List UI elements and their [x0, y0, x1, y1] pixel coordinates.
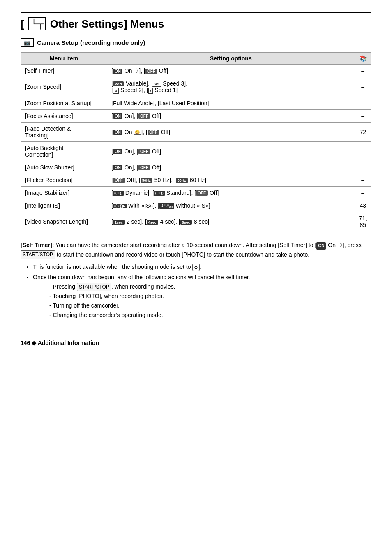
table-row: [Intelligent IS] [((⁘))▶ With «IS»], [((…: [21, 199, 371, 212]
description-paragraph-1: [Self Timer]: You can have the camcorder…: [21, 241, 371, 259]
table-row: [Focus Assistance] [ON On], [OFF Off] –: [21, 109, 371, 122]
section-heading-text: Camera Setup (recording mode only): [37, 39, 145, 46]
sub-list-item: Turning off the camcorder.: [49, 301, 371, 310]
title-icon: └┬: [28, 17, 46, 30]
off-badge: OFF: [145, 69, 157, 74]
table-row: [Self Timer] [ON On ☽], [OFF Off] –: [21, 65, 371, 77]
2sec-badge: 2sec: [113, 220, 125, 225]
table-row: [Auto BacklightCorrection] [ON On], [OFF…: [21, 141, 371, 161]
menu-focus-assistance: [Focus Assistance]: [21, 109, 107, 122]
off-badge: OFF: [196, 190, 208, 196]
settings-intelligent-is: [((⁘))▶ With «IS»], [((⁘))off Without «I…: [107, 199, 355, 212]
settings-video-snapshot: [2sec 2 sec], [4sec 4 sec], [8sec 8 sec]: [107, 212, 355, 231]
8sec-badge: 8sec: [180, 220, 192, 225]
settings-mode-icon: ⚙: [192, 264, 200, 271]
bullet-list: This function is not available when the …: [25, 263, 371, 319]
page-ref-face-detection: 72: [355, 122, 371, 141]
table-row: [Zoom Speed] [VAR Variable], [»» Speed 3…: [21, 77, 371, 97]
bullet-1-text: This function is not available when the …: [33, 264, 192, 270]
sub-item-2: Touching [PHOTO], when recording photos.: [53, 293, 164, 299]
on-badge: ON: [113, 69, 122, 74]
page-title: [ └┬ Other Settings] Menus: [21, 12, 371, 30]
menu-intelligent-is: [Intelligent IS]: [21, 199, 107, 212]
self-timer-term: [Self Timer]:: [21, 242, 54, 248]
settings-image-stabilizer: [((⁘)) Dynamic], [((⁘)) Standard], [OFF …: [107, 186, 355, 199]
title-bracket: [: [21, 18, 24, 30]
table-row: [Face Detection &Tracking] [ON On 😀], [O…: [21, 122, 371, 141]
sub-item-4: Changing the camcorder's operating mode.: [53, 312, 163, 318]
settings-zoom-position: [Full Wide Angle], [Last Used Position]: [107, 97, 355, 109]
on-badge: ON: [113, 149, 122, 154]
off-badge: OFF: [138, 149, 150, 154]
sub-bullet-list: Pressing START/STOP, when recording movi…: [41, 282, 371, 319]
speed1-icon: ›: [148, 88, 153, 94]
start-stop-badge: START/STOP: [21, 250, 55, 259]
on-badge: ON: [113, 165, 122, 170]
menu-zoom-speed: [Zoom Speed]: [21, 77, 107, 97]
50hz-badge: 50Hz: [141, 178, 152, 183]
sub-list-item: Changing the camcorder's operating mode.: [49, 311, 371, 319]
sub-item-1-end: , when recording movies.: [111, 283, 175, 290]
sub-item-3: Turning off the camcorder.: [53, 302, 120, 309]
settings-face-detection: [ON On 😀], [OFF Off]: [107, 122, 355, 141]
settings-self-timer: [ON On ☽], [OFF Off]: [107, 65, 355, 77]
menu-zoom-position: [Zoom Position at Startup]: [21, 97, 107, 109]
menu-video-snapshot: [Video Snapshot Length]: [21, 212, 107, 231]
sub-list-item: Touching [PHOTO], when recording photos.: [49, 292, 371, 301]
page-ref-zoom-position: –: [355, 97, 371, 109]
table-row: [Zoom Position at Startup] [Full Wide An…: [21, 97, 371, 109]
off-badge: OFF: [148, 130, 159, 135]
col-header-settings: Setting options: [107, 53, 355, 65]
description-body-2: On ☽], press: [326, 242, 361, 248]
settings-flicker: [OFF Off], [50Hz 50 Hz], [60Hz 60 Hz]: [107, 174, 355, 186]
menu-image-stabilizer: [Image Stabilizer]: [21, 186, 107, 199]
page-ref-image-stabilizer: –: [355, 186, 371, 199]
menu-slow-shutter: [Auto Slow Shutter]: [21, 161, 107, 174]
off-badge: OFF: [138, 165, 150, 170]
start-stop-badge-2: START/STOP: [77, 283, 111, 291]
menu-backlight: [Auto BacklightCorrection]: [21, 141, 107, 161]
4sec-badge: 4sec: [147, 220, 158, 225]
col-header-menu: Menu item: [21, 53, 107, 65]
off-badge: OFF: [138, 113, 150, 119]
description-body-3: to start the countdown and record video …: [55, 251, 309, 258]
footer-label: Additional Information: [38, 340, 99, 346]
is-standard-badge: ((⁘)): [154, 191, 165, 196]
page-ref-backlight: –: [355, 141, 371, 161]
page-ref-focus-assistance: –: [355, 109, 371, 122]
description-body-1: You can have the camcorder start recordi…: [55, 242, 316, 248]
col-header-page: 📚: [355, 53, 371, 65]
table-row: [Video Snapshot Length] [2sec 2 sec], [4…: [21, 212, 371, 231]
table-row: [Image Stabilizer] [((⁘)) Dynamic], [((⁘…: [21, 186, 371, 199]
menu-face-detection: [Face Detection &Tracking]: [21, 122, 107, 141]
var-badge: VAR: [113, 81, 124, 86]
title-text: Other Settings] Menus: [50, 18, 164, 30]
page-ref-slow-shutter: –: [355, 161, 371, 174]
off-badge: OFF: [113, 178, 125, 183]
page-ref-video-snapshot: 71,85: [355, 212, 371, 231]
list-item: Once the countdown has begun, any of the…: [33, 273, 371, 319]
footer-separator: ◆: [32, 340, 36, 346]
on-badge: ON: [113, 113, 122, 119]
sub-list-item: Pressing START/STOP, when recording movi…: [49, 282, 371, 291]
bullet-2-text: Once the countdown has begun, any of the…: [33, 274, 250, 280]
on-badge: ON: [113, 130, 122, 135]
is-with-badge: ((⁘))▶: [113, 204, 127, 208]
is-without-badge: ((⁘))off: [159, 203, 174, 209]
page-number: 146: [21, 340, 30, 346]
table-row: [Flicker Reduction] [OFF Off], [50Hz 50 …: [21, 174, 371, 186]
speed3-icon: »»: [153, 81, 161, 87]
list-item: This function is not available when the …: [33, 263, 371, 271]
60hz-badge: 60Hz: [176, 178, 188, 183]
bullet-1-end: .: [200, 264, 201, 270]
page-ref-zoom-speed: –: [355, 77, 371, 97]
page-ref-intelligent-is: 43: [355, 199, 371, 212]
menu-self-timer: [Self Timer]: [21, 65, 107, 77]
menu-flicker: [Flicker Reduction]: [21, 174, 107, 186]
settings-table: Menu item Setting options 📚 [Self Timer]…: [21, 52, 371, 231]
page-ref-self-timer: –: [355, 65, 371, 77]
speed2-icon: »: [113, 88, 119, 94]
section-heading: 📷 Camera Setup (recording mode only): [21, 38, 371, 47]
face-icon: 😀: [134, 130, 141, 135]
is-dynamic-badge: ((⁘)): [113, 191, 124, 196]
